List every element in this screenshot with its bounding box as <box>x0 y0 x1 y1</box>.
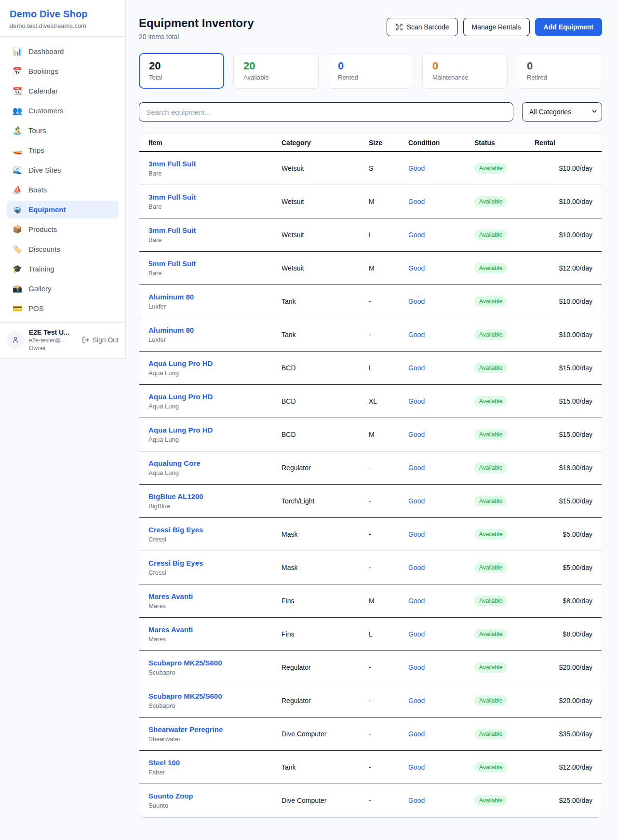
scan-barcode-button[interactable]: Scan Barcode <box>387 18 458 36</box>
item-name-link[interactable]: Aqualung Core <box>148 459 282 467</box>
table-row[interactable]: Aqua Lung Pro HD Aqua Lung BCD L Good Av… <box>139 352 602 385</box>
sidebar-item-dive-sites[interactable]: 🌊 Dive Sites <box>7 161 119 179</box>
table-row[interactable]: Cressi Big Eyes Cressi Mask - Good Avail… <box>139 518 602 551</box>
table-row[interactable]: Mares Avanti Mares Fins L Good Available… <box>139 618 602 651</box>
item-name-link[interactable]: Aqua Lung Pro HD <box>148 359 282 367</box>
table-row[interactable]: BigBlue AL1200 BigBlue Torch/Light - Goo… <box>139 485 602 518</box>
stat-card-maintenance[interactable]: 0 Maintenance <box>422 53 508 89</box>
table-row[interactable]: Shearwater Peregrine Shearwater Dive Com… <box>139 718 602 751</box>
status-badge: Available <box>474 562 507 573</box>
condition-link[interactable]: Good <box>408 231 474 239</box>
sidebar-item-bookings[interactable]: 📅 Bookings <box>7 62 119 80</box>
item-name-link[interactable]: Aluminum 80 <box>148 293 282 301</box>
table-row[interactable]: Suunto Zoop Suunto Dive Computer - Good … <box>139 784 602 817</box>
stat-value: 20 <box>243 60 308 72</box>
category-select[interactable]: All Categories <box>522 102 602 122</box>
item-name-link[interactable]: 3mm Full Suit <box>148 226 282 234</box>
condition-link[interactable]: Good <box>408 431 474 438</box>
sidebar-item-products[interactable]: 📦 Products <box>7 220 119 238</box>
stat-label: Maintenance <box>432 74 497 81</box>
item-name-link[interactable]: BigBlue AL1200 <box>148 492 282 501</box>
table-row[interactable]: Aluminum 80 Luxfer Tank - Good Available… <box>139 318 602 352</box>
stat-card-total[interactable]: 20 Total <box>139 53 224 89</box>
table-row[interactable]: 3mm Full Suit Bare Wetsuit L Good Availa… <box>139 218 602 252</box>
item-name-link[interactable]: Scubapro MK25/S600 <box>148 692 282 700</box>
condition-link[interactable]: Good <box>408 164 474 172</box>
sidebar-item-tours[interactable]: 🏝️ Tours <box>7 122 119 139</box>
item-name-link[interactable]: Suunto Zoop <box>148 792 282 800</box>
item-name-link[interactable]: Shearwater Peregrine <box>148 725 282 733</box>
table-row[interactable]: Scubapro MK25/S600 Scubapro Regulator - … <box>139 651 602 684</box>
condition-link[interactable]: Good <box>408 331 474 339</box>
table-row[interactable]: Aluminum 80 Luxfer Tank - Good Available… <box>139 285 602 318</box>
table-row[interactable]: 5mm Full Suit Bare Wetsuit M Good Availa… <box>139 252 602 285</box>
table-row[interactable]: Aqua Lung Pro HD Aqua Lung BCD XL Good A… <box>139 385 602 418</box>
sidebar-item-discounts[interactable]: 🏷️ Discounts <box>7 240 119 258</box>
item-name-link[interactable]: Cressi Big Eyes <box>148 559 282 567</box>
table-row[interactable]: Scubapro MK25/S600 Scubapro Regulator - … <box>139 684 602 718</box>
table-row[interactable]: Mares Avanti Mares Fins M Good Available… <box>139 584 602 618</box>
condition-link[interactable]: Good <box>408 364 474 372</box>
sidebar-item-dashboard[interactable]: 📊 Dashboard <box>7 42 119 60</box>
sidebar-item-training[interactable]: 🎓 Training <box>7 260 119 278</box>
item-brand: Shearwater <box>148 735 282 743</box>
condition-link[interactable]: Good <box>408 397 474 405</box>
condition-link[interactable]: Good <box>408 630 474 638</box>
table-row[interactable]: Steel 100 Faber Tank - Good Available $1… <box>139 751 602 784</box>
sidebar-item-calendar[interactable]: 📆 Calendar <box>7 82 119 100</box>
condition-link[interactable]: Good <box>408 664 474 671</box>
rental-price: $20.00/day <box>535 664 592 671</box>
search-input[interactable] <box>139 102 513 122</box>
item-name-link[interactable]: 3mm Full Suit <box>148 160 282 168</box>
item-cell: Cressi Big Eyes Cressi <box>148 526 282 543</box>
condition-link[interactable]: Good <box>408 797 474 804</box>
table-row[interactable]: 3mm Full Suit Bare Wetsuit S Good Availa… <box>139 152 602 185</box>
table-row[interactable]: Aqua Lung Pro HD Aqua Lung BCD M Good Av… <box>139 418 602 451</box>
sidebar-item-customers[interactable]: 👥 Customers <box>7 102 119 120</box>
condition-link[interactable]: Good <box>408 564 474 571</box>
condition-link[interactable]: Good <box>408 298 474 305</box>
table-row[interactable]: 3mm Full Suit Bare Wetsuit M Good Availa… <box>139 185 602 218</box>
item-name-link[interactable]: Aqua Lung Pro HD <box>148 426 282 434</box>
sidebar-item-gallery[interactable]: 📸 Gallery <box>7 280 119 298</box>
rental-price: $15.00/day <box>535 364 592 372</box>
condition-link[interactable]: Good <box>408 530 474 538</box>
condition-link[interactable]: Good <box>408 763 474 771</box>
item-name-link[interactable]: Steel 100 <box>148 759 282 767</box>
nav-icon-training: 🎓 <box>13 264 22 273</box>
item-name-link[interactable]: Aluminum 80 <box>148 326 282 334</box>
sidebar-item-equipment[interactable]: 🤿 Equipment <box>7 201 119 218</box>
sidebar-item-pos[interactable]: 💳 POS <box>7 299 119 317</box>
item-name-link[interactable]: Mares Avanti <box>148 592 282 600</box>
condition-link[interactable]: Good <box>408 198 474 205</box>
table-row[interactable]: Cressi Big Eyes Cressi Mask - Good Avail… <box>139 551 602 584</box>
item-brand: Aqua Lung <box>148 369 282 377</box>
item-name-link[interactable]: 3mm Full Suit <box>148 193 282 201</box>
item-name-link[interactable]: Mares Avanti <box>148 625 282 634</box>
status-badge: Available <box>474 363 507 373</box>
condition-link[interactable]: Good <box>408 730 474 738</box>
item-name-link[interactable]: Scubapro MK25/S600 <box>148 659 282 667</box>
stat-card-rented[interactable]: 0 Rented <box>328 53 413 89</box>
item-name-link[interactable]: Aqua Lung Pro HD <box>148 393 282 401</box>
item-name-link[interactable]: Cressi Big Eyes <box>148 526 282 534</box>
table-row[interactable]: Aqualung Core Aqua Lung Regulator - Good… <box>139 451 602 485</box>
sidebar-item-trips[interactable]: 🚤 Trips <box>7 141 119 159</box>
stat-card-available[interactable]: 20 Available <box>233 53 319 89</box>
nav-icon-dive-sites: 🌊 <box>13 165 22 175</box>
sign-out-button[interactable]: Sign Out <box>82 336 119 344</box>
item-brand: Luxfer <box>148 336 282 343</box>
item-brand: Bare <box>148 170 282 177</box>
add-equipment-button[interactable]: Add Equipment <box>535 18 602 36</box>
manage-rentals-button[interactable]: Manage Rentals <box>463 18 530 36</box>
sidebar-item-boats[interactable]: ⛵ Boats <box>7 181 119 199</box>
stat-card-retired[interactable]: 0 Retired <box>517 53 602 89</box>
condition-link[interactable]: Good <box>408 264 474 272</box>
condition-link[interactable]: Good <box>408 497 474 505</box>
nav-icon-calendar: 📆 <box>13 86 22 95</box>
item-name-link[interactable]: 5mm Full Suit <box>148 259 282 268</box>
condition-link[interactable]: Good <box>408 597 474 605</box>
condition-link[interactable]: Good <box>408 464 474 472</box>
size-cell: - <box>369 331 408 339</box>
condition-link[interactable]: Good <box>408 697 474 705</box>
